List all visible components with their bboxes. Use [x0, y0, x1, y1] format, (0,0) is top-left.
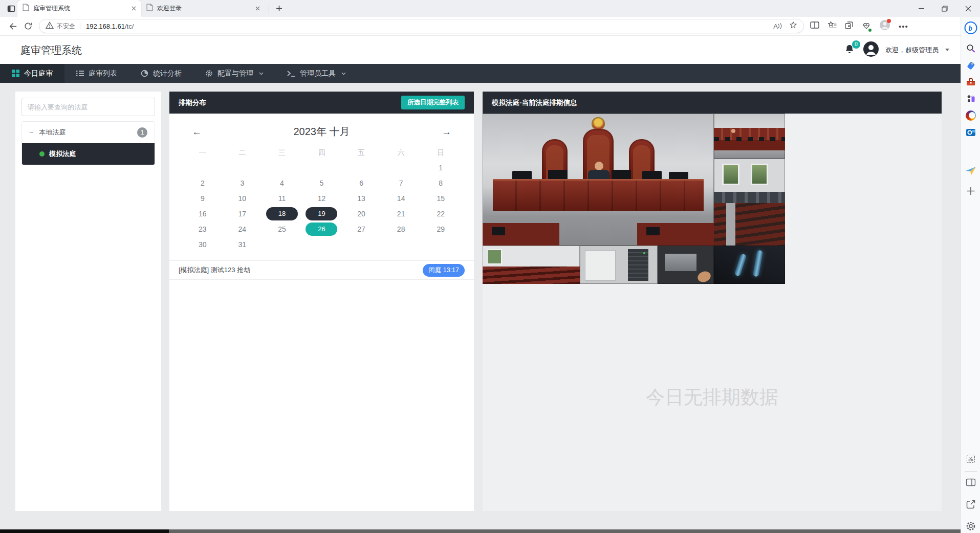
- full-list-button[interactable]: 所选日期完整列表: [401, 96, 465, 109]
- camera-view-judge-bench[interactable]: [483, 114, 714, 246]
- browser-tab-active[interactable]: 庭审管理系统: [17, 0, 141, 17]
- camera-view-gallery-side[interactable]: [483, 246, 580, 284]
- calendar-day[interactable]: 13: [341, 191, 381, 206]
- shopping-icon[interactable]: [966, 61, 976, 71]
- prev-month-icon[interactable]: ←: [192, 126, 202, 138]
- video-panel-body: 今日无排期数据: [483, 114, 942, 511]
- drop-icon[interactable]: [965, 166, 976, 175]
- calendar-day[interactable]: 30: [183, 237, 223, 252]
- calendar-day[interactable]: 25: [262, 221, 302, 237]
- welcome-text[interactable]: 欢迎，超级管理员: [885, 46, 939, 55]
- toolbar-icons: •••: [810, 19, 908, 33]
- calendar-day[interactable]: 29: [421, 221, 461, 237]
- app-header: 庭审管理系统 0 欢迎，超级管理员: [0, 36, 961, 64]
- calendar-day[interactable]: 20: [341, 206, 381, 221]
- calendar-day[interactable]: 5: [302, 175, 342, 191]
- courtroom-video-montage[interactable]: [483, 114, 785, 284]
- horizontal-scrollbar[interactable]: [0, 529, 961, 533]
- tab-close-icon[interactable]: [129, 4, 138, 13]
- calendar-day[interactable]: 4: [262, 175, 302, 191]
- toolbox-icon[interactable]: [966, 77, 976, 86]
- camera-view-microphones[interactable]: [714, 246, 785, 284]
- scrollbar-thumb[interactable]: [0, 529, 169, 533]
- nav-item-statistics[interactable]: 统计分析: [129, 64, 193, 83]
- calendar-day[interactable]: 2: [183, 175, 223, 191]
- back-icon[interactable]: [5, 18, 20, 34]
- security-label[interactable]: 不安全: [57, 22, 75, 31]
- add-sidebar-item-icon[interactable]: [966, 187, 975, 195]
- nav-item-trial-list[interactable]: 庭审列表: [64, 64, 129, 83]
- court-search-input[interactable]: [21, 98, 155, 116]
- browser-tab-inactive[interactable]: 欢迎登录: [141, 0, 265, 17]
- split-screen-icon[interactable]: [966, 478, 975, 486]
- calendar-day[interactable]: 19: [302, 206, 342, 221]
- calendar-day[interactable]: 26: [302, 221, 342, 237]
- camera-view-witness-room[interactable]: [714, 159, 785, 203]
- nav-item-admin-tools[interactable]: 管理员工具: [275, 64, 358, 83]
- split-screen-icon[interactable]: [810, 21, 819, 31]
- favorite-star-icon[interactable]: [789, 21, 797, 31]
- settings-gear-icon[interactable]: [966, 521, 975, 531]
- search-icon[interactable]: [966, 43, 975, 53]
- calendar-day[interactable]: 28: [381, 221, 421, 237]
- calendar-day[interactable]: 22: [421, 206, 461, 221]
- copilot-icon[interactable]: b: [964, 21, 977, 35]
- window-minimize-icon[interactable]: [909, 0, 933, 17]
- calendar-day[interactable]: 31: [223, 237, 263, 252]
- screenshot-icon[interactable]: [967, 455, 975, 463]
- collapse-icon[interactable]: −: [29, 128, 33, 137]
- calendar-day[interactable]: 8: [421, 175, 461, 191]
- court-group-local[interactable]: − 本地法庭 1: [22, 122, 155, 143]
- url-text[interactable]: 192.168.1.61/tc/: [86, 23, 134, 30]
- browser-essentials-icon[interactable]: [862, 21, 871, 32]
- calendar-day[interactable]: 21: [381, 206, 421, 221]
- camera-view-bench-side[interactable]: [714, 114, 785, 159]
- calendar-day[interactable]: 10: [223, 191, 263, 206]
- calendar-day[interactable]: 14: [381, 191, 421, 206]
- read-aloud-icon[interactable]: A: [773, 23, 782, 30]
- calendar-day[interactable]: 11: [262, 191, 302, 206]
- site-warning-icon[interactable]: [46, 21, 54, 31]
- open-external-icon[interactable]: [966, 500, 975, 509]
- camera-view-gallery-overhead[interactable]: [714, 203, 785, 246]
- more-menu-icon[interactable]: •••: [899, 22, 908, 31]
- calendar-day[interactable]: 3: [223, 175, 263, 191]
- refresh-icon[interactable]: [20, 18, 36, 34]
- address-bar[interactable]: 不安全 192.168.1.61/tc/ A: [39, 19, 804, 33]
- calendar-day[interactable]: 16: [183, 206, 223, 221]
- calendar-day[interactable]: 18: [262, 206, 302, 221]
- next-month-icon[interactable]: →: [442, 126, 451, 138]
- calendar-day[interactable]: 1: [421, 160, 461, 175]
- calendar-day[interactable]: 9: [183, 191, 223, 206]
- nav-item-configuration[interactable]: 配置与管理: [193, 64, 275, 83]
- microsoft-365-icon[interactable]: [966, 110, 976, 121]
- calendar-day[interactable]: 12: [302, 191, 342, 206]
- tab-actions-menu-icon[interactable]: [5, 3, 17, 15]
- notification-bell-icon[interactable]: 0: [843, 43, 857, 57]
- calendar-day[interactable]: 15: [421, 191, 461, 206]
- window-close-icon[interactable]: [956, 0, 980, 17]
- outlook-icon[interactable]: [966, 127, 976, 138]
- tab-close-icon[interactable]: [253, 4, 262, 13]
- camera-view-equipment-room[interactable]: [580, 246, 658, 284]
- chevron-down-icon[interactable]: [945, 49, 949, 51]
- schedule-event-row[interactable]: [模拟法庭] 测试123 抢劫 闭庭 13:17: [169, 260, 474, 280]
- nav-item-today[interactable]: 今日庭审: [0, 64, 64, 83]
- user-avatar[interactable]: [863, 41, 879, 59]
- calendar-day[interactable]: 23: [183, 221, 223, 237]
- favorites-hub-icon[interactable]: [827, 21, 837, 31]
- tab-actions-icon[interactable]: [845, 21, 854, 32]
- court-video-card: 模拟法庭-当前法庭排期信息: [483, 92, 942, 511]
- court-item-selected[interactable]: 模拟法庭: [22, 143, 155, 165]
- calendar-day[interactable]: 24: [223, 221, 263, 237]
- profile-icon[interactable]: [879, 19, 890, 33]
- new-tab-button[interactable]: [273, 3, 285, 15]
- window-restore-icon[interactable]: [933, 0, 956, 17]
- calendar-day-empty: [421, 237, 461, 252]
- calendar-day[interactable]: 17: [223, 206, 263, 221]
- calendar-day[interactable]: 27: [341, 221, 381, 237]
- camera-view-control-desk[interactable]: [658, 246, 714, 284]
- calendar-day[interactable]: 7: [381, 175, 421, 191]
- calendar-day[interactable]: 6: [341, 175, 381, 191]
- games-icon[interactable]: [966, 94, 975, 103]
